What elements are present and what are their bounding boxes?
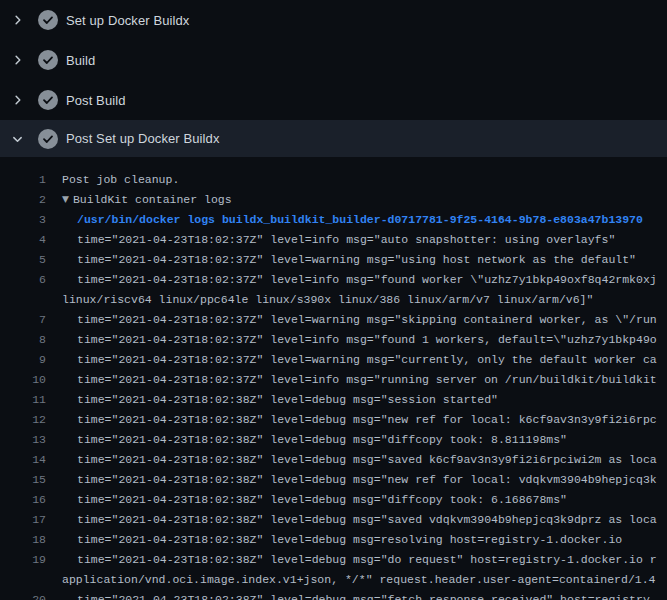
actions-log-viewer: Set up Docker BuildxBuildPost BuildPost …	[0, 0, 667, 600]
log-area: 1Post job cleanup.2▼BuildKit container l…	[0, 157, 667, 600]
log-text: time="2021-04-23T18:02:37Z" level=warnin…	[46, 250, 636, 270]
steps-list: Set up Docker BuildxBuildPost BuildPost …	[0, 0, 667, 157]
log-line: 16time="2021-04-23T18:02:38Z" level=debu…	[0, 490, 667, 510]
step-row-build[interactable]: Build	[0, 40, 667, 80]
log-line-continuation: linux/riscv64 linux/ppc64le linux/s390x …	[0, 290, 667, 310]
log-line: 17time="2021-04-23T18:02:38Z" level=debu…	[0, 510, 667, 530]
line-number[interactable]: 10	[0, 370, 46, 390]
line-number[interactable]: 5	[0, 250, 46, 270]
line-number[interactable]: 1	[0, 170, 46, 190]
log-text: linux/riscv64 linux/ppc64le linux/s390x …	[46, 290, 593, 310]
step-row-post-build[interactable]: Post Build	[0, 80, 667, 120]
log-text: Post job cleanup.	[46, 170, 179, 190]
check-circle-icon	[38, 10, 58, 30]
log-line: 20time="2021-04-23T18:02:38Z" level=debu…	[0, 590, 667, 600]
line-number[interactable]: 8	[0, 330, 46, 350]
line-number[interactable]: 13	[0, 430, 46, 450]
line-number[interactable]: 3	[0, 210, 46, 230]
log-text: time="2021-04-23T18:02:38Z" level=debug …	[46, 590, 657, 600]
line-number[interactable]: 11	[0, 390, 46, 410]
line-number[interactable]: 9	[0, 350, 46, 370]
step-row-post-set-up-docker-buildx[interactable]: Post Set up Docker Buildx	[0, 120, 667, 157]
line-number[interactable]: 17	[0, 510, 46, 530]
line-number[interactable]: 7	[0, 310, 46, 330]
line-number[interactable]: 19	[0, 550, 46, 570]
log-line: 13time="2021-04-23T18:02:38Z" level=debu…	[0, 430, 667, 450]
log-text: time="2021-04-23T18:02:38Z" level=debug …	[46, 490, 567, 510]
log-text: time="2021-04-23T18:02:38Z" level=debug …	[46, 550, 657, 570]
log-text: time="2021-04-23T18:02:38Z" level=debug …	[46, 510, 657, 530]
log-line: 5time="2021-04-23T18:02:37Z" level=warni…	[0, 250, 667, 270]
line-number[interactable]: 14	[0, 450, 46, 470]
log-text: time="2021-04-23T18:02:37Z" level=warnin…	[46, 350, 657, 370]
line-number[interactable]: 15	[0, 470, 46, 490]
log-line: 19time="2021-04-23T18:02:38Z" level=debu…	[0, 550, 667, 570]
log-text: time="2021-04-23T18:02:37Z" level=info m…	[46, 370, 657, 390]
chevron-right-icon	[12, 54, 23, 66]
line-number[interactable]: 16	[0, 490, 46, 510]
chevron-down-icon	[12, 133, 23, 145]
line-number	[0, 290, 46, 310]
log-group-label: BuildKit container logs	[73, 193, 232, 206]
log-text: time="2021-04-23T18:02:37Z" level=info m…	[46, 330, 657, 350]
line-number[interactable]: 18	[0, 530, 46, 550]
step-label: Set up Docker Buildx	[66, 13, 189, 28]
line-number[interactable]: 4	[0, 230, 46, 250]
log-line-continuation: application/vnd.oci.image.index.v1+json,…	[0, 570, 667, 590]
log-line: 14time="2021-04-23T18:02:38Z" level=debu…	[0, 450, 667, 470]
log-text: time="2021-04-23T18:02:37Z" level=warnin…	[46, 310, 657, 330]
log-line: 7time="2021-04-23T18:02:37Z" level=warni…	[0, 310, 667, 330]
log-line: 1Post job cleanup.	[0, 170, 667, 190]
log-line: 9time="2021-04-23T18:02:37Z" level=warni…	[0, 350, 667, 370]
log-text: time="2021-04-23T18:02:37Z" level=info m…	[46, 230, 615, 250]
log-text: time="2021-04-23T18:02:38Z" level=debug …	[46, 450, 657, 470]
check-circle-icon	[38, 90, 58, 110]
line-number[interactable]: 6	[0, 270, 46, 290]
log-command-text: /usr/bin/docker logs buildx_buildkit_bui…	[46, 210, 643, 230]
log-text: time="2021-04-23T18:02:37Z" level=info m…	[46, 270, 657, 290]
log-text[interactable]: ▼BuildKit container logs	[46, 190, 232, 210]
step-label: Post Set up Docker Buildx	[66, 131, 220, 146]
log-text: application/vnd.oci.image.index.v1+json,…	[46, 570, 656, 590]
log-text: time="2021-04-23T18:02:38Z" level=debug …	[46, 530, 622, 550]
chevron-right-icon	[12, 94, 23, 106]
check-circle-icon	[38, 50, 58, 70]
check-circle-icon	[38, 129, 58, 149]
log-line: 3/usr/bin/docker logs buildx_buildkit_bu…	[0, 210, 667, 230]
log-line: 2▼BuildKit container logs	[0, 190, 667, 210]
log-text: time="2021-04-23T18:02:38Z" level=debug …	[46, 410, 657, 430]
log-line: 6time="2021-04-23T18:02:37Z" level=info …	[0, 270, 667, 290]
log-text: time="2021-04-23T18:02:38Z" level=debug …	[46, 430, 567, 450]
step-row-set-up-docker-buildx[interactable]: Set up Docker Buildx	[0, 0, 667, 40]
log-line: 8time="2021-04-23T18:02:37Z" level=info …	[0, 330, 667, 350]
step-label: Post Build	[66, 93, 126, 108]
chevron-right-icon	[12, 14, 23, 26]
step-label: Build	[66, 53, 95, 68]
log-line: 10time="2021-04-23T18:02:37Z" level=info…	[0, 370, 667, 390]
line-number	[0, 570, 46, 590]
log-text: time="2021-04-23T18:02:38Z" level=debug …	[46, 390, 498, 410]
line-number[interactable]: 2	[0, 190, 46, 210]
disclosure-triangle-icon[interactable]: ▼	[62, 190, 69, 209]
line-number[interactable]: 20	[0, 590, 46, 600]
log-text: time="2021-04-23T18:02:38Z" level=debug …	[46, 470, 657, 490]
log-line: 4time="2021-04-23T18:02:37Z" level=info …	[0, 230, 667, 250]
log-line: 12time="2021-04-23T18:02:38Z" level=debu…	[0, 410, 667, 430]
log-line: 15time="2021-04-23T18:02:38Z" level=debu…	[0, 470, 667, 490]
line-number[interactable]: 12	[0, 410, 46, 430]
log-line: 11time="2021-04-23T18:02:38Z" level=debu…	[0, 390, 667, 410]
log-line: 18time="2021-04-23T18:02:38Z" level=debu…	[0, 530, 667, 550]
